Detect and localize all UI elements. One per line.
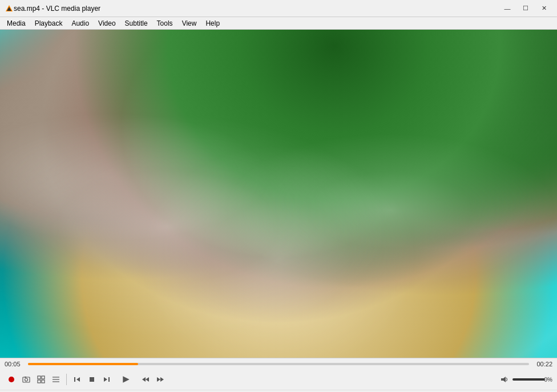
menu-bar: Media Playback Audio Video Subtitle Tool… [0, 17, 557, 30]
svg-marker-18 [123, 376, 129, 382]
progress-bar[interactable] [28, 363, 529, 365]
svg-rect-6 [38, 376, 41, 379]
vlc-logo-icon [5, 4, 14, 13]
slower-icon [142, 375, 150, 383]
window-controls: — ☐ ✕ [499, 2, 552, 15]
snapshot-button[interactable] [19, 373, 33, 386]
control-bar: 00:05 00:22 [0, 358, 557, 392]
svg-marker-23 [501, 377, 506, 382]
menu-view[interactable]: View [177, 17, 201, 30]
svg-rect-8 [38, 380, 41, 383]
faster-icon [156, 375, 164, 383]
playlist-icon [52, 375, 60, 383]
menu-video[interactable]: Video [94, 17, 120, 30]
window-title: sea.mp4 - VLC media player [14, 5, 499, 13]
snapshot-icon [22, 375, 30, 383]
show-playlist-button[interactable] [49, 373, 63, 386]
volume-icon [501, 375, 508, 383]
svg-marker-22 [160, 377, 164, 382]
maximize-button[interactable]: ☐ [517, 2, 534, 15]
svg-marker-13 [76, 377, 80, 382]
mute-button[interactable] [499, 374, 510, 385]
minimize-button[interactable]: — [499, 2, 516, 15]
svg-rect-15 [90, 377, 94, 382]
close-button[interactable]: ✕ [535, 2, 552, 15]
volume-slider[interactable]: 0% [512, 378, 552, 381]
record-button[interactable] [5, 373, 18, 386]
svg-rect-14 [74, 377, 75, 382]
time-total: 00:22 [532, 361, 552, 367]
menu-playback[interactable]: Playback [30, 17, 67, 30]
svg-rect-17 [108, 377, 110, 382]
svg-rect-3 [23, 377, 30, 382]
svg-marker-20 [142, 377, 146, 382]
controls-row2 [0, 390, 557, 392]
svg-rect-9 [42, 380, 45, 383]
faster-button[interactable] [154, 373, 167, 386]
next-icon [103, 375, 111, 383]
menu-help[interactable]: Help [201, 17, 224, 30]
video-area [0, 30, 557, 358]
menu-audio[interactable]: Audio [67, 17, 94, 30]
prev-button[interactable] [70, 373, 84, 386]
video-canvas [0, 30, 557, 358]
play-icon [122, 375, 131, 384]
slower-button[interactable] [139, 373, 152, 386]
timeline-row: 00:05 00:22 [0, 358, 557, 369]
prev-icon [73, 375, 81, 383]
svg-marker-16 [104, 377, 107, 382]
controls-row: 0% [0, 369, 557, 390]
menu-subtitle[interactable]: Subtitle [120, 17, 152, 30]
svg-rect-7 [42, 376, 45, 379]
stop-button[interactable] [85, 373, 99, 386]
time-current: 00:05 [5, 361, 25, 367]
progress-fill [28, 363, 138, 365]
svg-rect-5 [25, 377, 26, 378]
menu-tools[interactable]: Tools [152, 17, 177, 30]
menu-media[interactable]: Media [2, 17, 30, 30]
next-button[interactable] [100, 373, 114, 386]
extended-icon [37, 375, 45, 383]
title-bar: sea.mp4 - VLC media player — ☐ ✕ [0, 0, 557, 17]
svg-marker-19 [146, 377, 149, 382]
controls-separator [66, 374, 67, 385]
extended-button[interactable] [34, 373, 48, 386]
volume-section: 0% [499, 374, 552, 385]
svg-point-2 [9, 377, 14, 382]
svg-marker-21 [157, 377, 160, 382]
record-icon [7, 375, 15, 383]
scene-waves [0, 30, 557, 358]
stop-icon [88, 375, 96, 383]
svg-point-4 [25, 378, 28, 381]
play-button[interactable] [118, 371, 134, 387]
